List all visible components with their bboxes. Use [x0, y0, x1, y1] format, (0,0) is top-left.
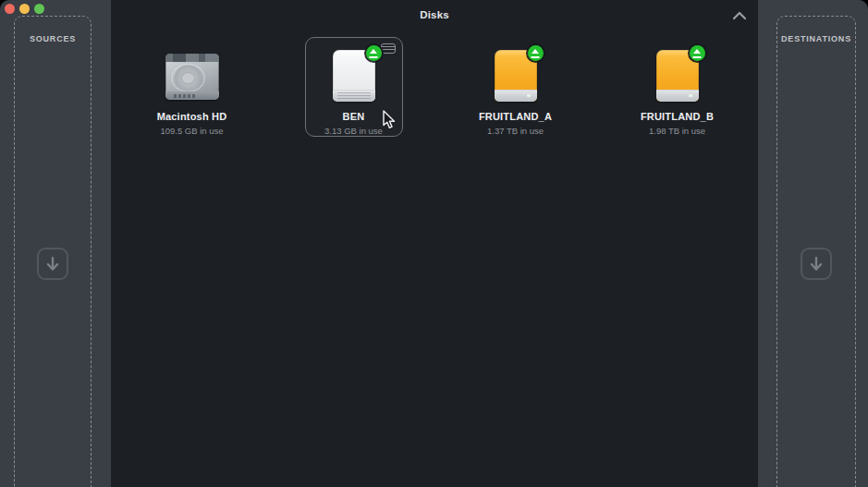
zoom-button[interactable] — [34, 4, 44, 14]
list-view-icon[interactable] — [381, 43, 396, 54]
disk-usage: 1.98 TB in use — [649, 126, 705, 136]
eject-icon[interactable] — [366, 45, 382, 61]
drive-base — [333, 90, 375, 102]
disk-name: FRUITLAND_A — [479, 111, 552, 122]
drive-base — [495, 90, 537, 102]
external-drive-icon — [495, 50, 537, 102]
disk-tile-fruitland-b[interactable]: FRUITLAND_B 1.98 TB in use — [629, 37, 727, 137]
disk-cell: FRUITLAND_A 1.37 TB in use — [434, 37, 596, 137]
external-drive-icon — [656, 50, 699, 102]
destinations-add-button[interactable] — [801, 248, 832, 280]
disk-picker-panel: Disks Macintosh HD 109.5 — [111, 0, 758, 487]
drive-base — [656, 90, 699, 102]
disk-grid: Macintosh HD 109.5 GB in use BEN — [111, 37, 758, 137]
minimize-button[interactable] — [19, 4, 30, 14]
arrow-down-icon — [45, 256, 60, 273]
disk-cell: FRUITLAND_B 1.98 TB in use — [596, 37, 758, 137]
sources-panel: SOURCES — [0, 0, 111, 487]
sources-add-button[interactable] — [37, 248, 68, 280]
disk-usage: 3.13 GB in use — [324, 126, 383, 136]
mouse-cursor-icon — [380, 110, 396, 129]
destinations-label: DESTINATIONS — [777, 34, 855, 43]
drive-base — [165, 91, 219, 100]
disk-usage: 109.5 GB in use — [160, 126, 223, 136]
arrow-down-icon — [809, 256, 824, 273]
eject-icon[interactable] — [528, 45, 544, 61]
window-controls — [5, 4, 44, 14]
disk-picker-header: Disks — [111, 0, 758, 30]
disk-platter — [171, 64, 205, 92]
internal-drive-icon — [165, 54, 219, 100]
disk-cell: BEN 3.13 GB in use — [273, 37, 434, 137]
app-window: SOURCES Disks — [0, 0, 868, 487]
disk-tile-macintosh-hd[interactable]: Macintosh HD 109.5 GB in use — [143, 37, 241, 137]
eject-icon[interactable] — [690, 45, 705, 61]
sources-label: SOURCES — [15, 34, 91, 43]
destinations-panel: DESTINATIONS — [758, 0, 868, 487]
disk-cell: Macintosh HD 109.5 GB in use — [111, 37, 273, 137]
sources-dropzone[interactable]: SOURCES — [14, 16, 92, 487]
disk-icon-slot — [656, 50, 699, 102]
chevron-up-icon[interactable] — [732, 11, 747, 20]
disk-tile-fruitland-a[interactable]: FRUITLAND_A 1.37 TB in use — [467, 37, 565, 137]
panel-title: Disks — [420, 9, 449, 20]
close-button[interactable] — [5, 4, 15, 14]
disk-icon-slot — [333, 50, 375, 102]
disk-name: Macintosh HD — [157, 111, 227, 122]
disk-icon-slot — [495, 50, 537, 102]
disk-name: BEN — [343, 111, 365, 122]
external-drive-icon — [333, 50, 375, 102]
disk-name: FRUITLAND_B — [641, 111, 714, 122]
disk-usage: 1.37 TB in use — [487, 126, 544, 136]
destinations-dropzone[interactable]: DESTINATIONS — [776, 16, 856, 487]
disk-icon-slot — [165, 50, 219, 102]
